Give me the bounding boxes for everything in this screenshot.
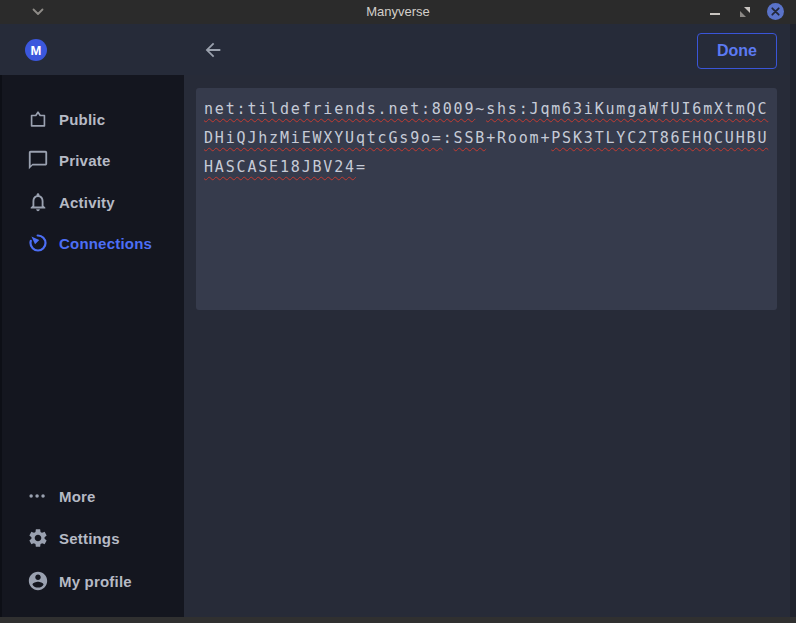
window-right-edge [790, 24, 796, 617]
invite-code-input[interactable]: net:tildefriends.net:8009~shs:Jqm63iKumg… [196, 88, 777, 310]
sidebar-item-private[interactable]: Private [0, 147, 184, 173]
app-body: Public Private Activity [0, 75, 796, 617]
window-left-edge [0, 75, 2, 617]
sidebar-item-settings[interactable]: Settings [0, 525, 184, 551]
back-arrow-icon[interactable] [202, 39, 224, 61]
sidebar-item-more[interactable]: More [0, 483, 184, 509]
window-bottom-edge [0, 617, 796, 623]
sidebar-item-label: My profile [59, 573, 132, 590]
sidebar-item-label: Private [59, 152, 110, 169]
sidebar-item-label: Settings [59, 530, 120, 547]
close-button[interactable] [767, 3, 784, 20]
restore-window-button[interactable] [739, 6, 751, 18]
logo-letter: M [31, 43, 42, 58]
sidebar: Public Private Activity [0, 75, 184, 617]
sidebar-item-label: Public [59, 111, 105, 128]
gauge-icon [27, 232, 49, 254]
minimize-button[interactable] [710, 13, 720, 15]
manyverse-logo: M [25, 39, 47, 61]
gear-icon [27, 527, 49, 549]
sidebar-item-connections[interactable]: Connections [0, 230, 184, 256]
person-circle-icon [27, 570, 49, 592]
sidebar-item-my-profile[interactable]: My profile [0, 568, 184, 594]
window-title: Manyverse [0, 0, 796, 24]
chat-bubble-icon [27, 149, 49, 171]
bulletin-board-icon [27, 108, 49, 130]
done-button[interactable]: Done [697, 33, 777, 69]
bell-icon [27, 191, 49, 213]
ellipsis-icon [27, 485, 49, 507]
sidebar-item-label: More [59, 488, 96, 505]
sidebar-item-label: Activity [59, 194, 115, 211]
app-window: Manyverse M Done Public [0, 0, 796, 623]
sidebar-item-label: Connections [59, 235, 152, 252]
sidebar-item-public[interactable]: Public [0, 106, 184, 132]
titlebar: Manyverse [0, 0, 796, 24]
app-header: M Done [0, 24, 796, 75]
sidebar-item-activity[interactable]: Activity [0, 189, 184, 215]
main-content: net:tildefriends.net:8009~shs:Jqm63iKumg… [184, 75, 796, 617]
